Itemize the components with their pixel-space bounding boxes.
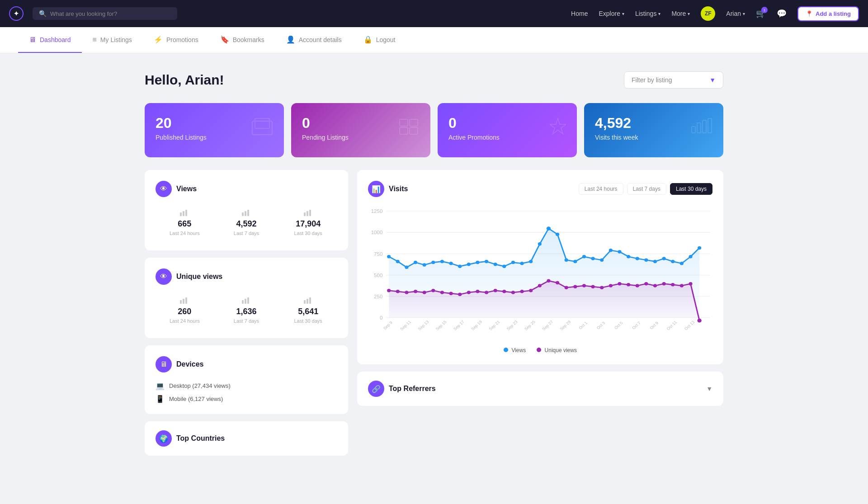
- subnav-promotions[interactable]: ⚡ Promotions: [143, 27, 209, 53]
- svg-text:750: 750: [374, 251, 382, 257]
- svg-point-102: [609, 284, 613, 287]
- subnav-my-listings[interactable]: ≡ My Listings: [82, 28, 143, 53]
- top-countries-icon: 🌍: [156, 430, 172, 447]
- promotions-icon: ⚡: [154, 35, 163, 44]
- svg-text:Oct 1: Oct 1: [578, 320, 588, 330]
- unique-views-icon: 👁: [156, 268, 172, 285]
- svg-text:500: 500: [374, 273, 382, 278]
- svg-point-44: [414, 261, 417, 264]
- visits-chart-panel: 📊 Visits Last 24 hours Last 7 days Last …: [357, 170, 723, 364]
- svg-point-80: [414, 290, 417, 293]
- svg-text:1000: 1000: [371, 230, 383, 236]
- unique-views-stats-row: 260 Last 24 hours 1,636 Last 7 days: [156, 294, 337, 327]
- devices-title: Devices: [176, 360, 204, 368]
- svg-marker-6: [550, 118, 566, 134]
- stat-card-published: 20 Published Listings: [145, 103, 284, 157]
- filter-30d[interactable]: Last 30 days: [670, 183, 712, 195]
- devices-panel: 🖥 Devices 💻 Desktop (27,434 views) 📱 Mob…: [145, 345, 348, 414]
- svg-text:Sep 21: Sep 21: [488, 320, 500, 331]
- promotions-label: Active Promotions: [448, 134, 500, 141]
- svg-text:Oct 9: Oct 9: [649, 320, 659, 330]
- mobile-icon: 📱: [156, 395, 165, 403]
- views-legend-dot: [504, 348, 508, 352]
- stat-card-visits: 4,592 Visits this week: [584, 103, 723, 157]
- svg-point-74: [680, 262, 684, 265]
- left-panels: 👁 Views 665 Last 24 hours: [145, 170, 348, 456]
- svg-rect-21: [183, 299, 184, 304]
- listings-chevron-icon: ▾: [658, 11, 660, 16]
- svg-point-79: [405, 291, 408, 294]
- svg-point-73: [671, 260, 675, 264]
- referrers-title-row: 🔗 Top Referrers: [368, 381, 436, 397]
- unique-views-header: 👁 Unique views: [156, 268, 337, 285]
- referrers-chevron-icon: ▼: [706, 385, 712, 392]
- svg-point-95: [547, 279, 550, 283]
- svg-point-100: [591, 285, 595, 288]
- chart-filters: Last 24 hours Last 7 days Last 30 days: [579, 183, 712, 195]
- nav-home[interactable]: Home: [571, 10, 588, 17]
- notifications-button[interactable]: 💬: [777, 9, 787, 19]
- visits-chart-header: 📊 Visits Last 24 hours Last 7 days Last …: [368, 181, 712, 197]
- svg-point-99: [582, 284, 586, 287]
- visits-count: 4,592: [595, 116, 638, 130]
- svg-text:250: 250: [374, 294, 382, 299]
- svg-point-112: [698, 319, 702, 323]
- top-nav: ✦ 🔍 Home Explore ▾ Listings ▾ More ▾ ZF …: [0, 0, 868, 27]
- svg-point-42: [396, 260, 400, 264]
- nav-username[interactable]: Arian ▾: [726, 10, 745, 17]
- subnav-bookmarks[interactable]: 🔖 Bookmarks: [209, 27, 275, 53]
- filter-dropdown[interactable]: Filter by listing ▼: [624, 71, 723, 89]
- search-bar[interactable]: 🔍: [33, 7, 177, 20]
- devices-icon: 🖥: [156, 356, 172, 372]
- dashboard-icon: 🖥: [29, 36, 36, 44]
- svg-point-59: [547, 226, 551, 231]
- uv-bar-icon-1: [157, 297, 212, 305]
- svg-rect-22: [185, 297, 187, 304]
- filter-24h[interactable]: Last 24 hours: [579, 183, 623, 195]
- nav-more[interactable]: More ▾: [671, 10, 690, 17]
- search-input[interactable]: [50, 10, 171, 17]
- pending-count: 0: [302, 116, 349, 130]
- svg-point-94: [538, 284, 542, 287]
- bar-icon-2: [219, 210, 274, 217]
- published-count: 20: [156, 116, 207, 130]
- cart-button[interactable]: 🛒 1: [756, 9, 766, 19]
- svg-rect-12: [183, 211, 184, 216]
- subnav-dashboard[interactable]: 🖥 Dashboard: [18, 28, 82, 53]
- svg-rect-5: [410, 127, 418, 134]
- svg-rect-4: [400, 127, 408, 134]
- svg-rect-28: [309, 297, 311, 304]
- svg-point-54: [502, 264, 506, 268]
- svg-text:Oct 11: Oct 11: [666, 320, 678, 331]
- svg-point-92: [520, 290, 524, 293]
- svg-point-41: [387, 255, 391, 259]
- visits-chart-title: Visits: [389, 185, 408, 193]
- subnav-logout[interactable]: 🔒 Logout: [353, 27, 406, 53]
- top-referrers-panel[interactable]: 🔗 Top Referrers ▼: [357, 372, 723, 406]
- filter-7d[interactable]: Last 7 days: [627, 183, 666, 195]
- add-listing-button[interactable]: 📍 Add a listing: [797, 6, 859, 21]
- svg-point-45: [423, 263, 426, 267]
- uv-bar-icon-3: [281, 297, 335, 305]
- main-content: Hello, Arian! Filter by listing ▼ 20 Pub…: [118, 53, 750, 474]
- nav-listings[interactable]: Listings ▾: [635, 10, 660, 17]
- logo[interactable]: ✦: [9, 6, 24, 21]
- stat-cards: 20 Published Listings 0 Pending Listings: [145, 103, 723, 157]
- svg-rect-13: [185, 210, 187, 216]
- svg-point-61: [565, 258, 568, 262]
- svg-rect-8: [697, 123, 701, 133]
- subnav-account-details[interactable]: 👤 Account details: [275, 27, 353, 53]
- svg-point-101: [600, 286, 604, 290]
- svg-rect-25: [247, 297, 249, 304]
- nav-explore[interactable]: Explore ▾: [599, 10, 624, 17]
- svg-text:0: 0: [380, 315, 382, 320]
- visits-title-row: 📊 Visits: [368, 181, 408, 197]
- user-chevron-icon: ▾: [743, 11, 745, 16]
- device-desktop: 💻 Desktop (27,434 views): [156, 382, 337, 390]
- user-avatar[interactable]: ZF: [701, 6, 715, 21]
- svg-text:Sep 19: Sep 19: [470, 320, 483, 331]
- desktop-icon: 💻: [156, 382, 165, 390]
- promotions-icon: [550, 118, 566, 140]
- svg-rect-15: [245, 211, 246, 216]
- svg-rect-11: [180, 212, 182, 216]
